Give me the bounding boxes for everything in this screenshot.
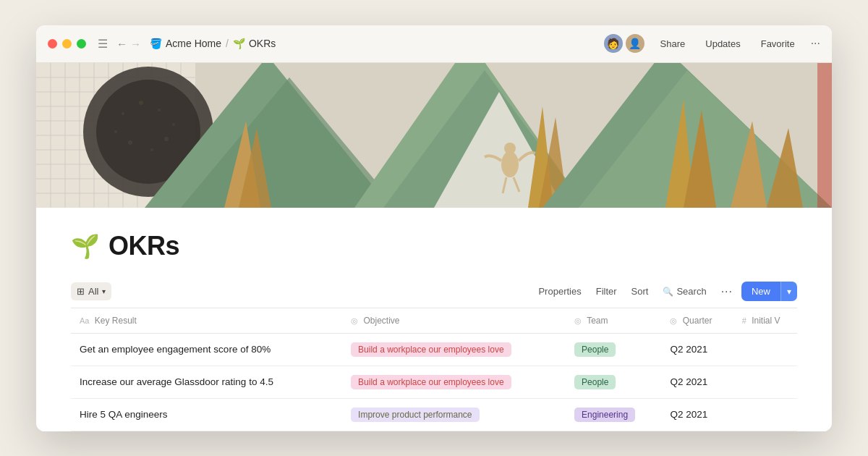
page-title-row: 🌱 OKRs <box>71 231 797 261</box>
page-icon: 🌱 <box>71 232 100 260</box>
search-button[interactable]: 🔍 Search <box>657 282 712 300</box>
svg-point-29 <box>164 137 169 141</box>
svg-point-28 <box>150 148 153 151</box>
chevron-down-icon: ▾ <box>102 287 106 295</box>
cell-team[interactable]: People <box>566 333 661 366</box>
col-header-team[interactable]: ◎ Team <box>566 308 661 334</box>
col-label-objective: Objective <box>363 316 399 326</box>
view-label: All <box>88 286 98 297</box>
search-label: Search <box>676 286 706 297</box>
team-tag[interactable]: People <box>574 375 616 389</box>
table-header-row: Aa Key Result ◎ Objective ◎ Team ◎ <box>71 308 797 334</box>
col-header-initial-value[interactable]: # Initial V <box>733 308 797 334</box>
cell-key-result[interactable]: Get an employee engagement score of 80% <box>71 333 342 366</box>
share-button[interactable]: Share <box>656 35 690 52</box>
breadcrumb-current-label: OKRs <box>249 38 276 49</box>
more-button[interactable]: ··· <box>715 282 739 302</box>
breadcrumb-home-label: Acme Home <box>166 38 221 49</box>
page-content: 🌱 OKRs ⊞ All ▾ Properties Filter Sort 🔍 … <box>36 208 832 431</box>
svg-point-26 <box>172 123 175 126</box>
data-table-wrapper: Aa Key Result ◎ Objective ◎ Team ◎ <box>71 308 797 431</box>
forward-button[interactable]: → <box>130 38 141 50</box>
cell-initial-value <box>733 398 797 431</box>
data-table: Aa Key Result ◎ Objective ◎ Team ◎ <box>71 308 797 431</box>
new-button[interactable]: New <box>741 282 780 301</box>
menu-icon[interactable]: ☰ <box>98 37 108 51</box>
svg-point-23 <box>122 112 124 115</box>
app-window: ☰ ← → 🪣 Acme Home / 🌱 OKRs 🧑 👤 Share Upd… <box>36 25 832 431</box>
new-dropdown-button[interactable]: ▾ <box>780 282 797 301</box>
minimize-button[interactable] <box>62 39 72 48</box>
col-header-key-result[interactable]: Aa Key Result <box>71 308 342 334</box>
cell-quarter: Q2 2021 <box>661 333 733 366</box>
objective-tag[interactable]: Build a workplace our employees love <box>351 375 511 389</box>
col-header-quarter[interactable]: ◎ Quarter <box>661 308 733 334</box>
svg-point-25 <box>158 109 161 111</box>
cell-initial-value <box>733 333 797 366</box>
chevron-down-icon: ▾ <box>787 287 791 297</box>
svg-point-30 <box>114 130 117 133</box>
page-title: OKRs <box>109 231 179 261</box>
hash-icon: # <box>742 316 746 325</box>
avatar-group: 🧑 👤 <box>604 34 644 53</box>
titlebar-right: 🧑 👤 Share Updates Favorite ··· <box>604 34 820 53</box>
text-icon: Aa <box>80 316 89 325</box>
cell-objective[interactable]: Improve product performance <box>342 398 566 431</box>
cell-quarter: Q2 2021 <box>661 398 733 431</box>
circle-icon: ◎ <box>351 316 358 325</box>
objective-tag[interactable]: Improve product performance <box>351 408 479 422</box>
table-row: Get an employee engagement score of 80% … <box>71 333 797 366</box>
svg-point-27 <box>128 140 132 145</box>
table-row: Increase our average Glassdoor rating to… <box>71 366 797 398</box>
circle-icon-3: ◎ <box>670 316 677 325</box>
maximize-button[interactable] <box>77 39 86 48</box>
updates-button[interactable]: Updates <box>701 35 744 52</box>
new-button-group: New ▾ <box>741 282 797 301</box>
traffic-lights <box>48 39 86 48</box>
filter-button[interactable]: Filter <box>590 282 623 300</box>
svg-rect-48 <box>817 63 832 208</box>
col-label-key-result: Key Result <box>95 316 137 326</box>
team-tag[interactable]: Engineering <box>574 408 635 422</box>
col-header-objective[interactable]: ◎ Objective <box>342 308 566 334</box>
svg-point-38 <box>501 151 519 177</box>
cell-key-result[interactable]: Hire 5 QA engineers <box>71 398 342 431</box>
close-button[interactable] <box>48 39 57 48</box>
cell-objective[interactable]: Build a workplace our employees love <box>342 333 566 366</box>
breadcrumb-separator: / <box>226 38 229 49</box>
okr-icon: 🌱 <box>233 38 245 49</box>
properties-button[interactable]: Properties <box>532 282 587 300</box>
nav-arrows: ← → <box>116 38 141 50</box>
search-icon: 🔍 <box>663 287 673 297</box>
titlebar: ☰ ← → 🪣 Acme Home / 🌱 OKRs 🧑 👤 Share Upd… <box>36 25 832 63</box>
view-selector[interactable]: ⊞ All ▾ <box>71 282 111 300</box>
breadcrumb-current[interactable]: 🌱 OKRs <box>233 38 276 49</box>
col-label-initial-value: Initial V <box>752 316 780 326</box>
hero-banner <box>36 63 832 208</box>
avatar-2: 👤 <box>626 34 644 53</box>
col-label-team: Team <box>587 316 608 326</box>
objective-tag[interactable]: Build a workplace our employees love <box>351 342 511 357</box>
cell-initial-value <box>733 366 797 398</box>
cell-key-result[interactable]: Increase our average Glassdoor rating to… <box>71 366 342 398</box>
avatar-1: 🧑 <box>604 34 623 53</box>
svg-point-39 <box>504 143 516 154</box>
col-label-quarter: Quarter <box>683 316 712 326</box>
table-row: Hire 5 QA engineers Improve product perf… <box>71 398 797 431</box>
breadcrumb-home[interactable]: 🪣 Acme Home <box>150 38 221 49</box>
toolbar: ⊞ All ▾ Properties Filter Sort 🔍 Search … <box>71 282 797 308</box>
favorite-button[interactable]: Favorite <box>757 35 799 52</box>
team-tag[interactable]: People <box>574 342 616 357</box>
cell-objective[interactable]: Build a workplace our employees love <box>342 366 566 398</box>
cell-team[interactable]: Engineering <box>566 398 661 431</box>
more-options-button[interactable]: ··· <box>811 37 820 50</box>
sort-button[interactable]: Sort <box>626 282 655 300</box>
breadcrumb: 🪣 Acme Home / 🌱 OKRs <box>150 38 595 49</box>
circle-icon-2: ◎ <box>574 316 582 325</box>
cell-team[interactable]: People <box>566 366 661 398</box>
cell-quarter: Q2 2021 <box>661 366 733 398</box>
svg-point-24 <box>139 101 143 105</box>
table-icon: ⊞ <box>77 286 85 297</box>
home-icon: 🪣 <box>150 38 162 49</box>
back-button[interactable]: ← <box>116 38 127 50</box>
